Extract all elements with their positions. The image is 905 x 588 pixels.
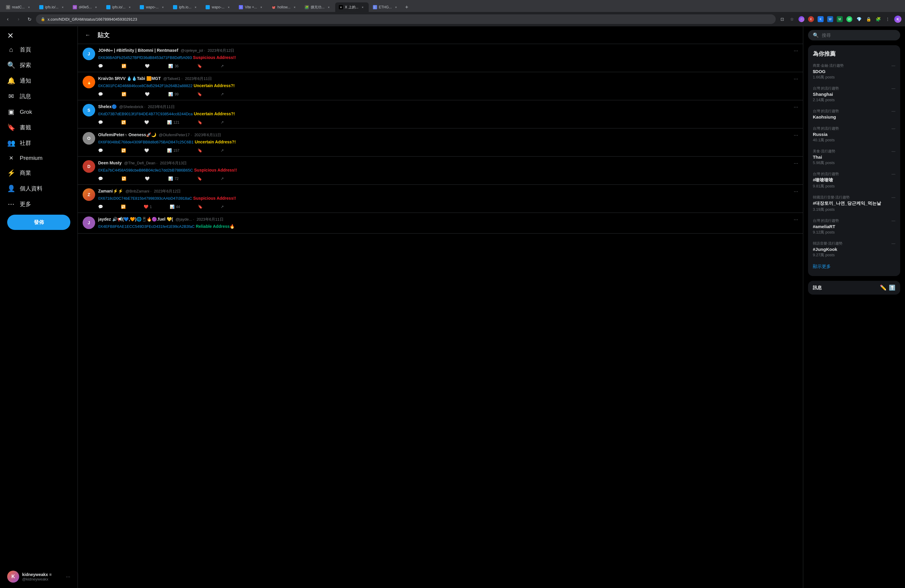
tab-close-btn[interactable]: ×: [160, 5, 165, 10]
bookmark-button[interactable]: 🔖: [197, 120, 202, 124]
tweet-more-button[interactable]: ···: [794, 76, 798, 82]
sidebar-item-explore[interactable]: 🔍 探索: [3, 58, 74, 73]
trend-more-button[interactable]: ···: [892, 172, 895, 177]
sidebar-item-premium[interactable]: ✕ Premium: [3, 151, 74, 165]
ext1-icon[interactable]: P: [797, 15, 806, 23]
list-item[interactable]: 台灣 的流行趨勢 Kaohsiung ···: [808, 106, 900, 123]
trend-more-button[interactable]: ···: [892, 126, 895, 132]
retweet-button[interactable]: 🔁: [122, 176, 126, 181]
reply-button[interactable]: 💬: [98, 64, 103, 68]
retweet-button[interactable]: 🔁: [121, 205, 126, 209]
share-button[interactable]: ↗: [221, 120, 224, 124]
tweet-more-button[interactable]: ···: [794, 132, 798, 138]
ext5-icon[interactable]: M: [835, 15, 844, 23]
tab-twitter[interactable]: ✕ X 上的... ×: [335, 2, 368, 12]
views-button[interactable]: 📊99: [168, 92, 178, 96]
bookmark-button[interactable]: 🔖: [197, 148, 202, 153]
tweet-more-button[interactable]: ···: [794, 216, 798, 223]
bookmark-button[interactable]: 🔖: [197, 92, 202, 96]
share-button[interactable]: ↗: [221, 64, 224, 68]
search-input[interactable]: [822, 33, 895, 38]
messages-compose-icon[interactable]: ✏️: [880, 284, 886, 291]
list-item[interactable]: 台灣 的流行趨勢 #ameliaRT 9.12萬 posts ···: [808, 215, 900, 238]
bookmark-button[interactable]: 🔖: [197, 64, 202, 68]
list-item[interactable]: 台灣 的流行趨勢 Russia 40.1萬 posts ···: [808, 123, 900, 146]
refresh-nav-button[interactable]: ↻: [25, 15, 33, 23]
like-button[interactable]: 🤍: [145, 176, 150, 181]
tab-close-btn[interactable]: ×: [193, 5, 198, 10]
search-bar[interactable]: 🔍: [808, 30, 900, 40]
tab-hollow[interactable]: 🐙 hollow... ×: [268, 2, 300, 12]
tab-close-btn[interactable]: ×: [226, 5, 231, 10]
sidebar-item-profile[interactable]: 👤 個人資料: [3, 181, 74, 196]
tab-close-btn[interactable]: ×: [326, 5, 331, 10]
views-button[interactable]: 📊121: [167, 120, 179, 124]
new-tab-button[interactable]: +: [403, 3, 411, 11]
share-button[interactable]: ↗: [221, 176, 224, 181]
tab-d49e5[interactable]: W d49e5... ×: [69, 2, 102, 12]
tab-ipfs1[interactable]: 🌐 ipfs.io/... ×: [36, 2, 69, 12]
tweet-more-button[interactable]: ···: [794, 48, 798, 54]
retweet-button[interactable]: 🔁: [121, 120, 126, 124]
post-button[interactable]: 發佈: [7, 215, 70, 230]
list-item[interactable]: 台灣 的流行趨勢 #嗆嗆嗆嗆 9.81萬 posts ···: [808, 168, 900, 192]
tweet-address-link[interactable]: 0X6718cD0C74bE7E815b47998393cAAbD47i3918…: [98, 196, 192, 200]
back-nav-button[interactable]: ‹: [3, 15, 12, 23]
tab-close-btn[interactable]: ×: [394, 5, 399, 10]
tab-close-btn[interactable]: ×: [259, 5, 264, 10]
trend-more-button[interactable]: ···: [892, 149, 895, 154]
sidebar-item-business[interactable]: ⚡ 商業: [3, 165, 74, 181]
retweet-button[interactable]: 🔁: [122, 92, 126, 96]
like-button[interactable]: 🤍: [145, 64, 150, 68]
tab-close-btn[interactable]: ×: [27, 5, 32, 10]
share-button[interactable]: ↗: [221, 205, 224, 209]
tab-close-btn[interactable]: ×: [360, 5, 365, 10]
tweet-address-link[interactable]: 0XC801FC4D466846cce8C8d52942F1b264B2a888…: [98, 84, 192, 88]
sidebar-item-home[interactable]: ⌂ 首頁: [3, 42, 74, 57]
like-button[interactable]: 🤍: [144, 120, 149, 124]
tab-close-btn[interactable]: ×: [60, 5, 65, 10]
tweet-address-link[interactable]: 0X4EFB8F6AE1ECC549D3FEcD431fe41E99cA2B3f…: [98, 224, 195, 229]
reply-button[interactable]: 💬: [98, 148, 103, 153]
sidebar-item-grok[interactable]: ▣ Grok: [3, 105, 74, 119]
menu-icon[interactable]: ⋮: [883, 15, 892, 23]
bookmark-star-icon[interactable]: ☆: [788, 15, 796, 23]
trend-more-button[interactable]: ···: [892, 63, 895, 68]
ext8-icon[interactable]: 🔒: [864, 15, 873, 23]
reply-button[interactable]: 💬: [98, 92, 103, 96]
bookmark-button[interactable]: 🔖: [197, 176, 202, 181]
reply-button[interactable]: 💬: [98, 120, 103, 124]
twitter-logo[interactable]: ✕: [3, 29, 74, 41]
tab-close-btn[interactable]: ×: [292, 5, 297, 10]
tab-vite[interactable]: V Vite +... ×: [235, 2, 267, 12]
views-button[interactable]: 📊44: [170, 205, 180, 209]
address-bar[interactable]: 🔒 x.com/NDIDI_GRAM/status/16678994045930…: [36, 14, 776, 24]
tab-close-btn[interactable]: ×: [127, 5, 132, 10]
user-more-icon[interactable]: ···: [66, 574, 70, 580]
tab-extension[interactable]: 🧩 擴充功... ×: [301, 2, 335, 12]
sidebar-item-notifications[interactable]: 🔔 通知: [3, 73, 74, 88]
sidebar-item-messages[interactable]: ✉ 訊息: [3, 89, 74, 104]
list-item[interactable]: 台灣 的流行趨勢 Shanghai 2.14萬 posts ···: [808, 83, 900, 106]
trend-more-button[interactable]: ···: [892, 109, 895, 114]
tweet-address-link[interactable]: 0XEa7bC4458A598cbeB86B04c9e17dd2bB7886B6…: [98, 168, 193, 172]
tab-readc[interactable]: V readC... ×: [2, 2, 35, 12]
tab-ipfs3[interactable]: 🌐 ipfs.io... ×: [169, 2, 202, 12]
tab-wapo2[interactable]: 🌐 wapo-... ×: [202, 2, 235, 12]
views-button[interactable]: 📊72: [168, 176, 178, 181]
reply-button[interactable]: 💬: [98, 176, 103, 181]
share-button[interactable]: ↗: [221, 92, 224, 96]
tweet-address-link[interactable]: 0XdD73B7dEB9013f1F84DE4B77C938544cc8244D…: [98, 112, 193, 116]
sidebar-item-more[interactable]: ⋯ 更多: [3, 197, 74, 212]
like-button[interactable]: ❤️1: [144, 205, 152, 209]
sidebar-item-community[interactable]: 👥 社群: [3, 136, 74, 151]
sidebar-user[interactable]: K kidneyweakx ≡ @kidneyweakx ···: [3, 567, 74, 586]
show-more-button[interactable]: 顯示更多: [808, 261, 900, 272]
retweet-button[interactable]: 🔁: [122, 64, 126, 68]
tweet-address-link[interactable]: 0X6F8048bE768de4309FBB8d8d675BAD847c25C6…: [98, 140, 194, 144]
tweet-address-link[interactable]: 0X636BA0Fb254527BFfD36dB8453d71FB8Ddf5A0…: [98, 56, 192, 60]
ext3-icon[interactable]: K: [816, 15, 825, 23]
tab-ipfs2[interactable]: 🌐 ipfs.io/... ×: [103, 2, 136, 12]
tab-wapo1[interactable]: 🌐 wapo-... ×: [136, 2, 169, 12]
list-item[interactable]: 韓國流行音樂·流行趨勢 #대장토끼_나연_당근케익_먹는날 3.19萬 post…: [808, 192, 900, 215]
